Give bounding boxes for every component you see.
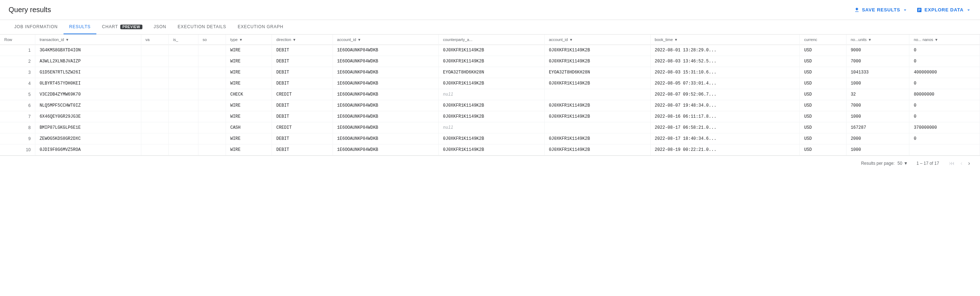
col-header-transaction-id[interactable]: transaction_id▼: [35, 35, 141, 45]
table-cell: 3G4KMS8GBXTD4ION: [35, 45, 141, 56]
next-page-button[interactable]: ›: [967, 159, 971, 168]
table-cell: [198, 78, 226, 89]
table-cell: WIRE: [226, 100, 272, 111]
table-cell: DEBIT: [272, 45, 332, 56]
sort-icon-direction: ▼: [293, 38, 296, 42]
table-cell: USD: [800, 67, 846, 78]
per-page-select[interactable]: 50 ▼: [897, 161, 908, 166]
table-cell: null: [439, 122, 545, 133]
table-cell: [169, 133, 199, 144]
table-cell: [141, 122, 169, 133]
table-cell: 1000: [846, 111, 909, 122]
dropdown-arrow-icon: [902, 7, 908, 13]
tab-chart[interactable]: CHART PREVIEW: [96, 20, 148, 34]
table-cell: DEBIT: [272, 144, 332, 155]
tab-job-information[interactable]: JOB INFORMATION: [9, 20, 64, 34]
table-cell: 0J0XKFR1K1149K2B: [439, 100, 545, 111]
table-cell: CREDIT: [272, 122, 332, 133]
table-cell: [169, 45, 199, 56]
table-cell: 2022-08-17 06:58:21.0...: [650, 122, 800, 133]
table-cell: 0LBYRT457YDH0KEI: [35, 78, 141, 89]
table-row: 8BMIP87LGKGLP6E1ECASHCREDIT1E6OOAUNKP84W…: [0, 122, 980, 133]
first-page-button[interactable]: ⏮: [948, 159, 956, 168]
explore-data-button[interactable]: EXPLORE DATA: [916, 7, 971, 13]
table-cell: [141, 89, 169, 100]
table-cell: A3WLL2XLNBJVAIZP: [35, 56, 141, 67]
pagination-controls: ⏮ ‹ ›: [948, 159, 971, 168]
save-results-button[interactable]: SAVE RESULTS: [854, 7, 908, 13]
tab-results[interactable]: RESULTS: [64, 20, 96, 34]
table-cell: USD: [800, 45, 846, 56]
table-cell: 1E6OOAUNKP84WDKB: [332, 100, 439, 111]
col-header-book-time[interactable]: book_time▼: [650, 35, 800, 45]
table-cell: [169, 144, 199, 155]
tab-execution-graph[interactable]: EXECUTION GRAPH: [232, 20, 289, 34]
table-cell: 0J0XKFR1K1149K2B: [439, 78, 545, 89]
col-header-cp-account-id[interactable]: account_id▼: [544, 35, 650, 45]
table-cell: [169, 111, 199, 122]
table-cell: 0J0XKFR1K1149K2B: [544, 144, 650, 155]
table-cell: USD: [800, 144, 846, 155]
prev-page-button[interactable]: ‹: [959, 159, 964, 168]
table-cell: [198, 144, 226, 155]
table-cell: [544, 89, 650, 100]
table-cell: 2022-08-07 19:48:34.0...: [650, 100, 800, 111]
table-cell: [141, 133, 169, 144]
table-cell: 400000000: [909, 67, 980, 78]
table-cell: [198, 122, 226, 133]
table-cell: BMIP87LGKGLP6E1E: [35, 122, 141, 133]
table-cell: USD: [800, 122, 846, 133]
table-cell: 1E6OOAUNKP84WDKB: [332, 144, 439, 155]
table-row: 5V3C2DB4ZYMW69K70CHECKCREDIT1E6OOAUNKP84…: [0, 89, 980, 100]
col-header-va: va: [141, 35, 169, 45]
page-header: Query results SAVE RESULTS EXPLORE DATA: [0, 0, 980, 20]
table-cell: 0: [909, 78, 980, 89]
table-cell: USD: [800, 133, 846, 144]
col-header-direction[interactable]: direction▼: [272, 35, 332, 45]
table-cell: CREDIT: [272, 89, 332, 100]
table-row: 2A3WLL2XLNBJVAIZPWIREDEBIT1E6OOAUNKP84WD…: [0, 56, 980, 67]
col-header-so: so: [198, 35, 226, 45]
table-cell: [169, 100, 199, 111]
table-cell: 1E6OOAUNKP84WDKB: [332, 45, 439, 56]
table-cell: WIRE: [226, 144, 272, 155]
table-cell: USD: [800, 89, 846, 100]
table-cell: [198, 111, 226, 122]
table-row: 9ZEWOG5KDS8GR2DXCWIREDEBIT1E6OOAUNKP84WD…: [0, 133, 980, 144]
explore-dropdown-icon: [966, 7, 971, 13]
table-cell: DEBIT: [272, 56, 332, 67]
table-cell: 0J0XKFR1K1149K2B: [544, 45, 650, 56]
table-cell: USD: [800, 56, 846, 67]
table-cell: 32: [846, 89, 909, 100]
col-header-no-nanos[interactable]: no... nanos▼: [909, 35, 980, 45]
table-cell: null: [439, 89, 545, 100]
table-cell: V3C2DB4ZYMW69K70: [35, 89, 141, 100]
col-header-type[interactable]: type▼: [226, 35, 272, 45]
table-cell: 0J0XKFR1K1149K2B: [544, 111, 650, 122]
table-row: 40LBYRT457YDH0KEIWIREDEBIT1E6OOAUNKP84WD…: [0, 78, 980, 89]
table-footer: Results per page: 50 ▼ 1 – 17 of 17 ⏮ ‹ …: [0, 155, 980, 171]
table-cell: 10: [0, 144, 35, 155]
tab-json[interactable]: JSON: [148, 20, 172, 34]
table-cell: [169, 122, 199, 133]
table-cell: 0J0XKFR1K1149K2B: [439, 144, 545, 155]
sort-icon-book-time: ▼: [674, 38, 678, 42]
per-page-label: Results per page:: [861, 161, 895, 166]
table-cell: 1E6OOAUNKP84WDKB: [332, 89, 439, 100]
table-cell: WIRE: [226, 133, 272, 144]
table-cell: 1E6OOAUNKP84WDKB: [332, 56, 439, 67]
col-header-account-id[interactable]: account_id▼: [332, 35, 439, 45]
results-table-container: Row transaction_id▼ va is_ so type▼: [0, 35, 980, 155]
col-header-no-units[interactable]: no...units▼: [846, 35, 909, 45]
table-cell: 0J0XKFR1K1149K2B: [439, 111, 545, 122]
per-page-value: 50: [897, 161, 902, 166]
table-cell: 370000000: [909, 122, 980, 133]
table-cell: G1D5EN7RTL5ZW26I: [35, 67, 141, 78]
table-cell: 167287: [846, 122, 909, 133]
tab-execution-details[interactable]: EXECUTION DETAILS: [172, 20, 232, 34]
table-cell: [141, 78, 169, 89]
table-cell: [141, 144, 169, 155]
table-cell: 4: [0, 78, 35, 89]
table-cell: EYOA32T8HD6KH28N: [544, 67, 650, 78]
table-cell: DEBIT: [272, 78, 332, 89]
